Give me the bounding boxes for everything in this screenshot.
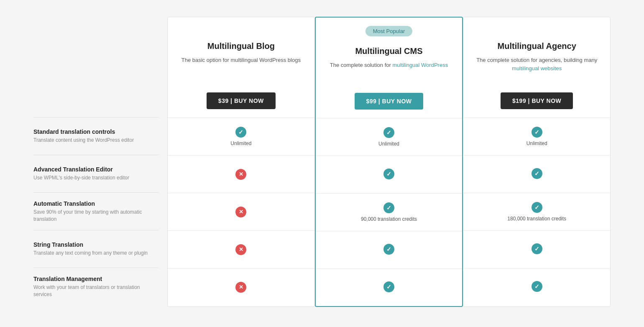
plan-feature-cell-1	[168, 155, 314, 193]
plan-feature-cell-2: 90,000 translation credits	[316, 193, 463, 231]
plan-header-agency: Multilingual Agency The complete solutio…	[463, 17, 610, 118]
features-column: Standard translation controls Translate …	[33, 17, 167, 307]
plan-feature-cell-1	[463, 155, 610, 193]
plan-title-cms: Multilingual CMS	[355, 46, 422, 56]
plan-features-agency: Unlimited 180,000 translation credits	[463, 118, 610, 307]
feature-desc: Work with your team of translators or tr…	[33, 284, 159, 298]
check-icon	[532, 243, 542, 254]
plan-desc-cms: The complete solution for multilingual W…	[328, 61, 450, 69]
buy-button-agency[interactable]: $199 | BUY NOW	[501, 92, 573, 109]
feature-item-3: String Translation Translate any text co…	[33, 230, 159, 268]
plan-feature-cell-3	[316, 231, 463, 268]
plan-header-cms: Most Popular Multilingual CMS The comple…	[316, 18, 463, 118]
feature-title: String Translation	[33, 241, 159, 248]
check-icon	[532, 202, 542, 213]
buy-button-cms[interactable]: $99 | BUY NOW	[355, 93, 424, 110]
feature-desc: Use WPML's side-by-side translation edit…	[33, 174, 159, 181]
header-spacer	[33, 17, 159, 117]
plan-feature-cell-2	[168, 193, 314, 230]
check-icon	[383, 127, 394, 138]
plan-features-blog: Unlimited	[168, 118, 314, 307]
check-icon	[532, 127, 542, 138]
cell-label: 90,000 translation credits	[361, 216, 417, 222]
plan-feature-cell-3	[168, 230, 314, 268]
cell-label: Unlimited	[526, 141, 547, 146]
feature-item-1: Advanced Translation Editor Use WPML's s…	[33, 155, 159, 192]
most-popular-badge: Most Popular	[365, 26, 413, 36]
page-wrapper: Standard translation controls Translate …	[8, 8, 636, 315]
feature-item-0: Standard translation controls Translate …	[33, 117, 159, 155]
feature-item-4: Translation Management Work with your te…	[33, 268, 159, 305]
check-icon	[383, 244, 394, 255]
plan-card-agency: Multilingual Agency The complete solutio…	[463, 17, 611, 307]
plan-title-agency: Multilingual Agency	[498, 41, 576, 51]
feature-desc: Translate any text coming from any theme…	[33, 250, 159, 257]
plan-desc-blog: The basic option for multilingual WordPr…	[179, 56, 303, 64]
plan-feature-cell-4	[463, 268, 610, 306]
plan-title-blog: Multilingual Blog	[207, 41, 275, 51]
buy-button-blog[interactable]: $39 | BUY NOW	[207, 92, 276, 109]
cross-icon	[235, 282, 246, 293]
check-icon	[235, 127, 246, 138]
plan-feature-cell-3	[463, 230, 610, 268]
plan-feature-cell-0: Unlimited	[316, 118, 463, 156]
features-list: Standard translation controls Translate …	[33, 117, 159, 305]
plan-feature-cell-4	[316, 268, 463, 306]
feature-title: Automatic Translation	[33, 200, 159, 207]
plan-desc-agency: The complete solution for agencies, buil…	[472, 56, 602, 72]
plan-features-cms: Unlimited 90,000 translation credits	[316, 118, 463, 306]
check-icon	[383, 281, 394, 292]
cell-label: Unlimited	[230, 141, 251, 146]
feature-title: Advanced Translation Editor	[33, 166, 159, 173]
check-icon	[532, 281, 542, 292]
feature-title: Standard translation controls	[33, 128, 159, 135]
feature-desc: Save 90% of your time by starting with a…	[33, 209, 159, 223]
cross-icon	[235, 207, 246, 217]
cross-icon	[235, 244, 246, 255]
plan-feature-cell-0: Unlimited	[463, 118, 610, 155]
plans-area: Multilingual Blog The basic option for m…	[167, 17, 611, 307]
plan-feature-cell-2: 180,000 translation credits	[463, 193, 610, 230]
cell-label: 180,000 translation credits	[507, 216, 566, 222]
check-icon	[383, 169, 394, 179]
plan-feature-cell-0: Unlimited	[168, 118, 314, 155]
feature-desc: Translate content using the WordPress ed…	[33, 137, 159, 144]
check-icon	[532, 168, 542, 179]
plan-card-cms: Most Popular Multilingual CMS The comple…	[315, 17, 463, 307]
feature-title: Translation Management	[33, 276, 159, 282]
plan-card-blog: Multilingual Blog The basic option for m…	[167, 17, 315, 307]
cross-icon	[235, 169, 246, 180]
plan-header-blog: Multilingual Blog The basic option for m…	[168, 17, 314, 118]
cell-label: Unlimited	[378, 141, 399, 147]
plan-feature-cell-1	[316, 156, 463, 193]
check-icon	[383, 202, 394, 213]
plan-feature-cell-4	[168, 268, 314, 306]
feature-item-2: Automatic Translation Save 90% of your t…	[33, 192, 159, 230]
